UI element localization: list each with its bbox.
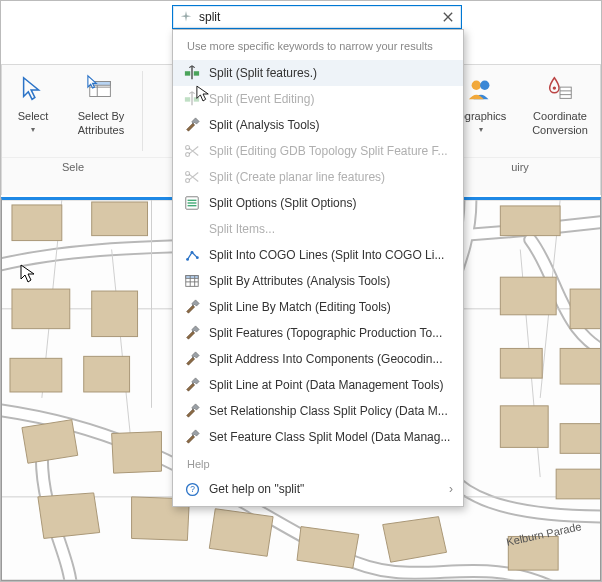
svg-marker-29 <box>297 527 359 569</box>
svg-rect-51 <box>186 276 198 279</box>
svg-rect-20 <box>500 348 542 378</box>
svg-marker-26 <box>38 493 100 539</box>
svg-point-40 <box>186 153 190 157</box>
select-by-attributes-icon <box>85 73 117 105</box>
search-result-label: Split (Create planar line features) <box>209 170 385 184</box>
command-search-dropdown: Use more specific keywords to narrow you… <box>172 29 464 507</box>
help-icon: ? <box>183 480 201 498</box>
svg-point-42 <box>186 179 190 183</box>
search-result-label: Split By Attributes (Analysis Tools) <box>209 274 390 288</box>
svg-rect-34 <box>194 71 199 75</box>
search-result-item[interactable]: Split Into COGO Lines (Split Into COGO L… <box>173 242 463 268</box>
hammer-icon <box>183 324 201 342</box>
svg-rect-37 <box>194 97 199 101</box>
scissors-icon <box>183 168 201 186</box>
svg-rect-15 <box>92 291 138 337</box>
svg-marker-23 <box>112 432 162 474</box>
hammer-icon <box>183 298 201 316</box>
svg-rect-25 <box>560 424 600 454</box>
help-section-label: Help <box>173 450 463 474</box>
svg-point-6 <box>553 86 556 89</box>
select-icon <box>17 73 49 105</box>
search-result-label: Split Options (Split Options) <box>209 196 356 210</box>
cogo-icon <box>183 246 201 264</box>
svg-rect-18 <box>10 358 62 392</box>
select-by-attributes-button[interactable]: Select ByAttributes <box>64 65 138 157</box>
search-result-label: Split (Event Editing) <box>209 92 314 106</box>
dropdown-caret-icon: ▾ <box>479 125 483 134</box>
scissors-icon <box>183 142 201 160</box>
select-by-attributes-label: Select ByAttributes <box>78 109 124 137</box>
sparkle-icon <box>179 10 193 24</box>
svg-rect-14 <box>12 289 70 329</box>
svg-rect-31 <box>556 469 600 499</box>
search-result-item[interactable]: Split By Attributes (Analysis Tools) <box>173 268 463 294</box>
blank-icon <box>183 220 201 238</box>
svg-point-5 <box>480 81 489 90</box>
hammer-icon <box>183 350 201 368</box>
search-result-item[interactable]: Split Address Into Components (Geocodin.… <box>173 346 463 372</box>
ribbon-separator <box>142 71 143 151</box>
svg-rect-13 <box>500 206 560 236</box>
svg-point-39 <box>186 145 190 149</box>
split-green-icon <box>183 64 201 82</box>
select-button[interactable]: Select ▾ <box>2 65 64 157</box>
search-result-item: Split (Event Editing) <box>173 86 463 112</box>
ribbon-group-selection: Sele <box>2 158 144 176</box>
get-help-row[interactable]: ? Get help on "split" › <box>173 474 463 500</box>
search-result-label: Split (Split features.) <box>209 66 317 80</box>
search-result-item[interactable]: Split Line at Point (Data Management Too… <box>173 372 463 398</box>
svg-text:?: ? <box>190 484 195 494</box>
hammer-icon <box>183 116 201 134</box>
command-search-input[interactable] <box>197 9 439 25</box>
clear-search-button[interactable] <box>439 8 457 26</box>
search-result-label: Split Line at Point (Data Management Too… <box>209 378 444 392</box>
svg-rect-11 <box>12 205 62 241</box>
search-result-item[interactable]: Split (Split features.) <box>173 60 463 86</box>
svg-rect-21 <box>560 348 600 384</box>
hammer-icon <box>183 376 201 394</box>
infographics-icon <box>465 73 497 105</box>
svg-point-41 <box>186 171 190 175</box>
svg-rect-33 <box>185 71 190 75</box>
chevron-right-icon: › <box>449 482 453 496</box>
svg-rect-7 <box>560 87 571 98</box>
search-result-label: Set Relationship Class Split Policy (Dat… <box>209 404 448 418</box>
svg-marker-22 <box>22 420 78 464</box>
search-result-label: Split (Analysis Tools) <box>209 118 319 132</box>
hammer-icon <box>183 428 201 446</box>
search-hint: Use more specific keywords to narrow you… <box>173 34 463 60</box>
hammer-icon <box>183 402 201 420</box>
search-result-item[interactable]: Set Relationship Class Split Policy (Dat… <box>173 398 463 424</box>
coordinate-conversion-label: CoordinateConversion <box>532 109 588 137</box>
command-search-box[interactable] <box>172 5 462 29</box>
coordinate-conversion-button[interactable]: CoordinateConversion <box>520 65 600 157</box>
search-result-item: Split (Editing GDB Topology Split Featur… <box>173 138 463 164</box>
search-result-label: Split Address Into Components (Geocodin.… <box>209 352 442 366</box>
search-result-item[interactable]: Split Options (Split Options) <box>173 190 463 216</box>
svg-rect-19 <box>84 356 130 392</box>
search-result-label: Split Features (Topographic Production T… <box>209 326 442 340</box>
select-label: Select <box>18 109 49 123</box>
get-help-label: Get help on "split" <box>209 482 304 496</box>
search-result-item[interactable]: Set Feature Class Split Model (Data Mana… <box>173 424 463 450</box>
search-result-item[interactable]: Split (Analysis Tools) <box>173 112 463 138</box>
search-result-label: Set Feature Class Split Model (Data Mana… <box>209 430 450 444</box>
search-result-item[interactable]: Split Features (Topographic Production T… <box>173 320 463 346</box>
cursor-icon <box>20 264 36 284</box>
svg-rect-36 <box>185 97 190 101</box>
dropdown-caret-icon: ▾ <box>31 125 35 134</box>
svg-point-4 <box>472 81 481 90</box>
options-icon <box>183 194 201 212</box>
svg-marker-28 <box>209 509 273 557</box>
search-result-item: Split (Create planar line features) <box>173 164 463 190</box>
search-result-label: Split Line By Match (Editing Tools) <box>209 300 391 314</box>
search-result-item: Split Items... <box>173 216 463 242</box>
search-result-label: Split Into COGO Lines (Split Into COGO L… <box>209 248 444 262</box>
svg-rect-17 <box>570 289 600 329</box>
search-result-label: Split (Editing GDB Topology Split Featur… <box>209 144 448 158</box>
ribbon-group-inquiry: uiry <box>440 158 600 176</box>
svg-rect-24 <box>500 406 548 448</box>
search-result-label: Split Items... <box>209 222 275 236</box>
search-result-item[interactable]: Split Line By Match (Editing Tools) <box>173 294 463 320</box>
